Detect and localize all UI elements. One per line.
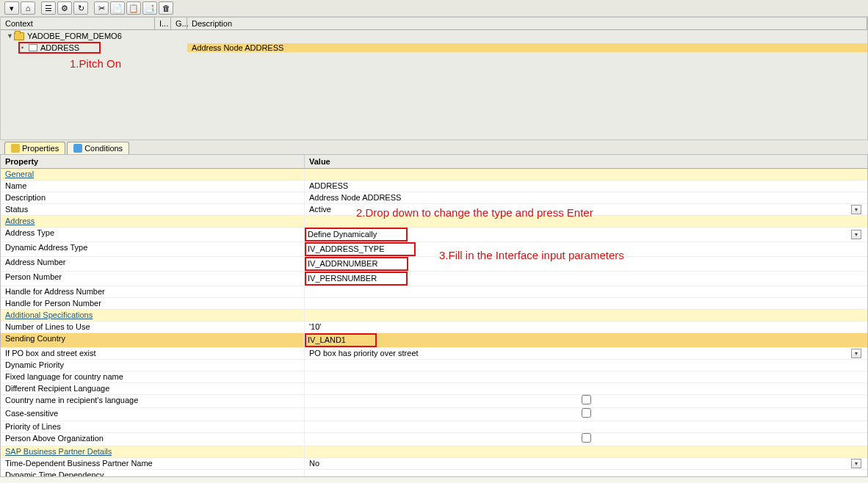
col-g: G... (171, 18, 187, 29)
row-time-bp[interactable]: Time-Dependent Business Partner Name No … (1, 458, 867, 470)
row-name[interactable]: NameADDRESS (1, 181, 867, 192)
duplicate-icon[interactable]: 📑 (142, 1, 157, 15)
trash-icon[interactable]: 🗑 (159, 1, 173, 15)
properties-icon (11, 144, 20, 153)
row-address-type[interactable]: Address Type Define Dynamically ▾ (1, 228, 867, 242)
properties-grid: Property Value General NameADDRESS Descr… (0, 154, 868, 477)
tree-address-row[interactable]: • ADDRESS Address Node ADDRESS (1, 42, 867, 54)
row-nlines[interactable]: Number of Lines to Use'10' (1, 322, 867, 333)
country-in-lang-check[interactable] (582, 395, 591, 404)
row-dynamic-priority[interactable]: Dynamic Priority (1, 360, 867, 371)
filter-icon[interactable]: ▾ (4, 1, 19, 15)
row-priority-lines[interactable]: Priority of Lines (1, 421, 867, 433)
row-handle-address[interactable]: Handle for Address Number (1, 286, 867, 298)
folder-icon (14, 32, 24, 40)
tree-root-row[interactable]: ▼ YADOBE_FORM_DEMO6 (1, 30, 867, 42)
value-header: Value (305, 155, 867, 168)
group-additional-spec: Additional Specifications (1, 310, 867, 322)
row-description[interactable]: DescriptionAddress Node ADDRESS (1, 192, 867, 204)
node-icon (29, 44, 37, 51)
row-fixed-language[interactable]: Fixed language for country name (1, 371, 867, 383)
row-sending-country[interactable]: Sending Country IV_LAND1 (1, 333, 867, 348)
timebp-dropdown[interactable]: ▾ (851, 459, 861, 468)
form-toolbar: ▾ ⌂ ☰ ⚙ ↻ ✂ 📄 📋 📑 🗑 (0, 0, 868, 17)
config-icon[interactable]: ☰ (41, 1, 56, 15)
row-country-in-lang[interactable]: Country name in recipient's language (1, 395, 867, 408)
child-desc: Address Node ADDRESS (187, 43, 867, 52)
row-case-sensitive[interactable]: Case-sensitive (1, 408, 867, 421)
context-tree: Context I... G... Description ▼ YADOBE_F… (0, 17, 868, 140)
row-address-number[interactable]: Address Number IV_ADDRNUMBER (1, 257, 867, 272)
row-dynamic-time[interactable]: Dynamic Time Dependency (1, 470, 867, 477)
row-diff-language[interactable]: Different Recipient Language (1, 383, 867, 395)
home-icon[interactable]: ⌂ (21, 1, 35, 15)
group-sap-bp: SAP Business Partner Details (1, 446, 867, 458)
property-tabs: Properties Conditions (0, 140, 868, 154)
leaf-icon: • (21, 44, 27, 51)
refresh-icon[interactable]: ↻ (73, 1, 88, 15)
row-handle-person[interactable]: Handle for Person Number (1, 298, 867, 310)
group-address: Address (1, 216, 867, 228)
root-label: YADOBE_FORM_DEMO6 (27, 32, 122, 40)
conditions-icon (73, 144, 82, 153)
col-context: Context (1, 18, 155, 29)
row-status[interactable]: Status Active ▾ (1, 204, 867, 216)
cut-icon[interactable]: ✂ (94, 1, 109, 15)
status-dropdown[interactable]: ▾ (851, 205, 861, 214)
tab-conditions[interactable]: Conditions (67, 142, 129, 154)
tab-conditions-label: Conditions (84, 144, 123, 153)
person-above-check[interactable] (582, 433, 591, 443)
col-i: I... (155, 18, 171, 29)
paste-icon[interactable]: 📋 (126, 1, 141, 15)
row-pobox[interactable]: If PO box and street exist PO box has pr… (1, 348, 867, 360)
case-sensitive-check[interactable] (582, 408, 591, 418)
row-person-above[interactable]: Person Above Organization (1, 433, 867, 446)
pobox-dropdown[interactable]: ▾ (851, 349, 861, 358)
prop-header: Property (1, 155, 305, 168)
row-person-number[interactable]: Person Number IV_PERSNUMBER (1, 272, 867, 286)
group-general: General (1, 169, 867, 181)
row-dynamic-address-type[interactable]: Dynamic Address Type IV_ADDRESS_TYPE (1, 242, 867, 257)
col-description: Description (187, 18, 867, 29)
tab-properties[interactable]: Properties (4, 142, 65, 154)
settings-icon[interactable]: ⚙ (57, 1, 72, 15)
copy-icon[interactable]: 📄 (110, 1, 125, 15)
expand-icon[interactable]: ▼ (7, 32, 12, 40)
tab-properties-label: Properties (22, 144, 59, 153)
child-label: ADDRESS (40, 43, 79, 52)
address-type-dropdown[interactable]: ▾ (851, 230, 861, 239)
